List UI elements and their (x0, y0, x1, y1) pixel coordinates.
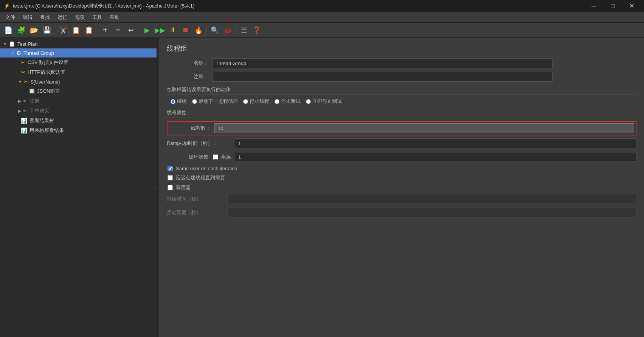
same-user-label: Same user on each iteration (176, 166, 237, 171)
expand-icon (18, 70, 19, 75)
radio-next-loop[interactable]: 启动下一进程循环 (192, 98, 238, 105)
sidebar-item-results-table[interactable]: 📊 用表格察看结果 (0, 126, 157, 135)
loop-forever-checkbox[interactable] (213, 154, 218, 160)
duration-row: 持续时间（秒） (167, 194, 636, 204)
purchase-icon: ✒ (23, 108, 27, 114)
http-label: HTTP请求默认值 (28, 69, 65, 76)
menu-item-文件[interactable]: 文件 (2, 12, 19, 22)
sidebar-item-thread-group[interactable]: ▼ ⚙ Thread Group (0, 48, 157, 57)
lazy-thread-label: 延迟创建线程直到需要 (176, 174, 225, 181)
register-label: 注册 (29, 98, 39, 104)
sidebar: ▼ 📋 Test Plan ▼ ⚙ Thread Group ✂ CSV 数据文… (0, 38, 157, 337)
name-input[interactable] (212, 58, 552, 68)
thread-group-label: Thread Group (23, 50, 54, 56)
panel-title: 线程组 (167, 44, 636, 53)
radio-stop-now-input[interactable] (306, 99, 311, 104)
sidebar-item-http-defaults[interactable]: ✂ HTTP请求默认值 (0, 67, 157, 77)
expand-icon: ▼ (3, 42, 7, 46)
close-button[interactable]: ✕ (623, 0, 640, 12)
sidebar-item-register[interactable]: ▶ ✒ 注册 (0, 96, 157, 106)
rampup-input[interactable] (235, 138, 636, 148)
open-button[interactable]: 📂 (28, 24, 40, 36)
undo-button[interactable]: ↩ (125, 24, 137, 36)
app-icon: ⚡ (4, 3, 10, 9)
username-icon: ✂ (24, 79, 28, 85)
scheduler-row[interactable]: 调度器 (167, 184, 636, 191)
expand-icon (18, 128, 19, 133)
run-button[interactable]: ▶ (141, 24, 153, 36)
loop-count-input[interactable] (235, 152, 636, 162)
sidebar-item-csv-data[interactable]: ✂ CSV 数据文件设置 (0, 57, 157, 67)
error-action-group: 继续 启动下一进程循环 停止线程 停止测试 立即停止测试 (167, 98, 636, 105)
radio-next-loop-input[interactable] (192, 99, 197, 104)
expand-icon: ▶ (18, 109, 21, 113)
new-button[interactable]: 📄 (2, 24, 14, 36)
separator-4 (206, 26, 207, 35)
expand-icon: ▶ (18, 99, 21, 104)
paste-button[interactable]: 📋 (83, 24, 95, 36)
startup-delay-input[interactable] (227, 208, 636, 217)
radio-stop-thread-label: 停止线程 (250, 98, 269, 105)
name-label: 名称： (167, 60, 212, 67)
lazy-thread-checkbox[interactable] (168, 175, 173, 180)
template-button[interactable]: 🧩 (15, 24, 27, 36)
menu-item-查找[interactable]: 查找 (36, 12, 54, 22)
minimize-button[interactable]: ─ (585, 0, 602, 12)
loop-forever-checkbox-label[interactable]: 永远 (212, 154, 231, 160)
same-user-checkbox[interactable] (168, 166, 173, 171)
cut-button[interactable]: ✂️ (57, 24, 69, 36)
shutdown-button[interactable]: 🔥 (192, 24, 205, 36)
duration-input[interactable] (227, 194, 636, 204)
sidebar-item-test-plan[interactable]: ▼ 📋 Test Plan (0, 39, 157, 48)
copy-button[interactable]: 📋 (70, 24, 82, 36)
save-button[interactable]: 💾 (41, 24, 53, 36)
menu-item-编辑[interactable]: 编辑 (19, 12, 36, 22)
loop-count-row: 循环次数 永远 (167, 152, 636, 162)
radio-stop-thread[interactable]: 停止线程 (243, 98, 269, 105)
sidebar-item-purchase[interactable]: ▶ ✒ 下单购买 (0, 106, 157, 116)
expand-icon (18, 60, 19, 65)
remove-button[interactable]: − (112, 24, 124, 36)
sidebar-item-username[interactable]: ▼ ✂ ${UserName} (0, 77, 157, 86)
radio-continue[interactable]: 继续 (171, 98, 187, 105)
debug-button[interactable]: 🐞 (222, 24, 234, 36)
loop-label: 循环次数 (167, 154, 212, 160)
pause-button[interactable]: ⏸ (167, 24, 179, 36)
radio-stop-thread-input[interactable] (243, 99, 248, 104)
results-table-label: 用表格察看结果 (29, 127, 64, 134)
results-tree-label: 察看结果树 (29, 117, 54, 124)
json-label: JSON断言 (37, 88, 60, 95)
same-user-row[interactable]: Same user on each iteration (167, 166, 636, 171)
expand-icon: ▼ (18, 79, 22, 84)
radio-stop-test-input[interactable] (275, 99, 279, 104)
stop-button[interactable]: ⏹ (180, 24, 192, 36)
clear-button[interactable]: 🔍 (209, 24, 221, 36)
add-button[interactable]: + (99, 24, 111, 36)
scheduler-label: 调度器 (176, 184, 191, 191)
menu-item-选项[interactable]: 选项 (71, 12, 88, 22)
username-label: ${UserName} (31, 79, 60, 85)
comment-input[interactable] (212, 72, 552, 82)
menu-item-运行[interactable]: 运行 (54, 12, 71, 22)
http-icon: ✂ (21, 69, 25, 75)
radio-stop-now[interactable]: 立即停止测试 (306, 98, 342, 105)
options-button[interactable]: ☰ (238, 24, 250, 36)
json-icon: 🔲 (28, 88, 35, 94)
radio-continue-input[interactable] (171, 99, 175, 104)
sidebar-item-json-assert[interactable]: 🔲 JSON断言 (0, 86, 157, 96)
results-tree-icon: 📊 (21, 118, 27, 124)
rampup-row: Ramp-Up时间（秒）： (167, 138, 636, 148)
run-all-button[interactable]: ▶▶ (154, 24, 166, 36)
menu-item-工具[interactable]: 工具 (88, 12, 106, 22)
menu-item-帮助[interactable]: 帮助 (106, 12, 123, 22)
lazy-thread-row[interactable]: 延迟创建线程直到需要 (167, 174, 636, 181)
help-button[interactable]: ❓ (251, 24, 263, 36)
radio-stop-test[interactable]: 停止测试 (275, 98, 301, 105)
main-layout: ▼ 📋 Test Plan ▼ ⚙ Thread Group ✂ CSV 数据文… (0, 38, 644, 337)
scheduler-checkbox[interactable] (168, 185, 173, 190)
test-plan-label: Test Plan (17, 41, 37, 47)
thread-count-input[interactable] (214, 123, 634, 133)
maximize-button[interactable]: □ (604, 0, 621, 12)
title-bar: ⚡ tester.jmx (C:\Users\hzxy\Desktop\测试专用… (0, 0, 644, 12)
sidebar-item-results-tree[interactable]: 📊 察看结果树 (0, 116, 157, 126)
